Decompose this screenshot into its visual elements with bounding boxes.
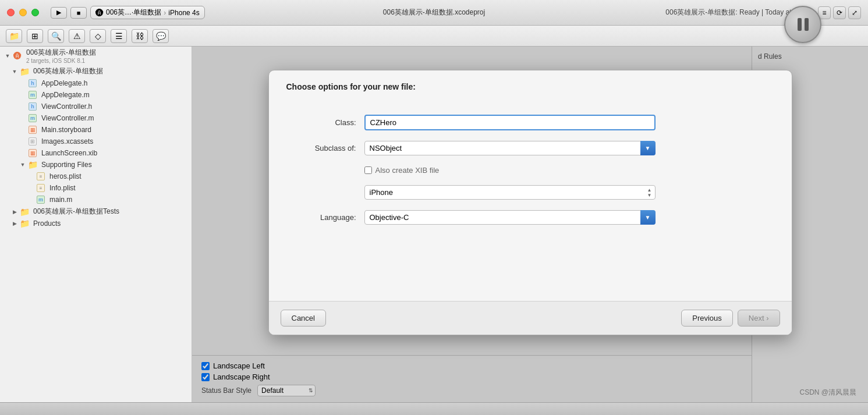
- sidebar-item-label: Info.plist: [49, 184, 76, 192]
- sidebar-item-label: AppDelegate.m: [41, 91, 90, 99]
- subclass-control: NSObject UIViewController UIView UITable…: [364, 141, 656, 155]
- dialog-title: Choose options for your new file:: [286, 82, 416, 91]
- sidebar-item-label: 006英雄展示-单组数据: [33, 66, 103, 76]
- class-row: Class:: [286, 115, 774, 130]
- link-icon-btn[interactable]: ⛓: [132, 29, 148, 43]
- scheme-selector[interactable]: 🅐 006英…·单组数据 › iPhone 4s: [90, 6, 205, 19]
- language-row: Language: Objective-C Swift ▼: [286, 210, 774, 225]
- sidebar-item-main-m[interactable]: mmain.m: [0, 194, 192, 205]
- sidebar-item-subtitle: 2 targets, iOS SDK 8.1: [26, 58, 96, 64]
- minimize-button[interactable]: [19, 9, 27, 16]
- comment-icon-btn[interactable]: 💬: [153, 29, 169, 43]
- subclass-label: Subclass of:: [286, 144, 356, 152]
- m-file-icon: m: [36, 195, 45, 204]
- play-button[interactable]: ▶: [51, 7, 67, 19]
- sidebar-item-info-plist[interactable]: ≡Info.plist: [0, 182, 192, 194]
- folder-yellow-file-icon: 📁: [28, 160, 37, 169]
- close-button[interactable]: [7, 9, 15, 16]
- scheme-name: 006英…·单组数据: [106, 8, 161, 17]
- dialog-backdrop: Choose options for your new file: Class:…: [192, 47, 868, 402]
- folder-icon-btn[interactable]: 📁: [6, 29, 22, 43]
- device-row: iPhone iPad Universal ▲ ▼: [286, 185, 774, 200]
- cancel-button[interactable]: Cancel: [281, 310, 326, 327]
- h-file-icon: h: [28, 79, 37, 88]
- class-control: [364, 115, 656, 130]
- sidebar-item-label: main.m: [49, 196, 72, 204]
- sidebar-item-tests-folder[interactable]: 📁006英雄展示-单组数据Tests: [0, 205, 192, 218]
- language-dropdown-btn[interactable]: ▼: [640, 210, 656, 225]
- m-file-icon: m: [28, 90, 37, 100]
- dialog-body: Class: Subclass of: NSObject UIV: [269, 97, 792, 301]
- sidebar-item-appdelegate-m[interactable]: mAppDelegate.m: [0, 89, 192, 101]
- sidebar-item-appdelegate-h[interactable]: hAppDelegate.h: [0, 77, 192, 89]
- sidebar-item-viewcontroller-h[interactable]: hViewController.h: [0, 101, 192, 112]
- dialog-header: Choose options for your new file:: [269, 70, 792, 97]
- sidebar-item-folder-main[interactable]: 📁006英雄展示-单组数据: [0, 65, 192, 77]
- sidebar-item-label: ViewController.m: [41, 114, 94, 122]
- sidebar: 🅐006英雄展示-单组数据2 targets, iOS SDK 8.1📁006英…: [0, 47, 192, 402]
- bookmark-icon-btn[interactable]: ◇: [90, 29, 106, 43]
- content-area: d Rules Landscape Left Landscape Right S…: [192, 47, 868, 402]
- subclass-select[interactable]: NSObject UIViewController UIView UITable…: [364, 141, 656, 155]
- maximize-button[interactable]: [31, 9, 39, 16]
- pause-icon: [798, 18, 809, 31]
- folder-yellow-file-icon: 📁: [20, 67, 29, 76]
- next-button[interactable]: Next ›: [738, 310, 780, 327]
- scheme-icon: 🅐: [95, 8, 104, 17]
- sidebar-item-products-folder[interactable]: 📁Products: [0, 218, 192, 229]
- main-toolbar: 📁 ⊞ 🔍 ⚠ ◇ ☰ ⛓ 💬: [0, 26, 868, 47]
- language-wrapper: Objective-C Swift ▼: [364, 210, 656, 225]
- device-select[interactable]: iPhone iPad Universal: [364, 185, 656, 200]
- class-input[interactable]: [364, 115, 656, 130]
- sidebar-item-heros-plist[interactable]: ≡heros.plist: [0, 171, 192, 182]
- sidebar-item-proj-root[interactable]: 🅐006英雄展示-单组数据2 targets, iOS SDK 8.1: [0, 47, 192, 65]
- folder-yellow-file-icon: 📁: [20, 219, 29, 228]
- storyboard-file-icon: ▦: [28, 125, 37, 134]
- xib-label[interactable]: Also create XIB file: [375, 166, 440, 175]
- statusbar: [0, 402, 868, 415]
- sidebar-item-main-storyboard[interactable]: ▦Main.storyboard: [0, 124, 192, 136]
- device-name: iPhone 4s: [168, 9, 199, 17]
- language-label: Language:: [286, 213, 356, 222]
- arrow-separator: ›: [164, 9, 166, 17]
- main-layout: 🅐006英雄展示-单组数据2 targets, iOS SDK 8.1📁006英…: [0, 47, 868, 402]
- warning-icon-btn[interactable]: ⚠: [69, 29, 85, 43]
- device-select-wrapper: iPhone iPad Universal ▲ ▼: [364, 185, 656, 200]
- previous-button[interactable]: Previous: [681, 310, 733, 327]
- plist-file-icon: ≡: [36, 183, 45, 193]
- toolbar-right-btn2[interactable]: ⟳: [833, 6, 846, 19]
- device-control: iPhone iPad Universal ▲ ▼: [364, 185, 656, 200]
- sidebar-item-label: 006英雄展示-单组数据: [26, 48, 96, 58]
- sidebar-item-label: Images.xcassets: [41, 137, 93, 146]
- list-icon-btn[interactable]: ☰: [111, 29, 127, 43]
- expand-triangle-icon: [20, 162, 26, 168]
- stop-button[interactable]: ■: [70, 7, 87, 19]
- expand-triangle-icon: [12, 69, 17, 75]
- sidebar-item-label: Supporting Files: [41, 161, 92, 169]
- titlebar-title: 006英雄展示-单组数据.xcodeproj: [383, 8, 485, 17]
- sidebar-item-viewcontroller-m[interactable]: mViewController.m: [0, 112, 192, 124]
- proj-file-icon: 🅐: [13, 51, 22, 61]
- sidebar-item-images-xcassets[interactable]: ⊞Images.xcassets: [0, 136, 192, 147]
- pause-button[interactable]: [784, 6, 821, 43]
- sidebar-item-label: 006英雄展示-单组数据Tests: [33, 207, 119, 217]
- sidebar-item-label: LaunchScreen.xib: [41, 149, 97, 157]
- sidebar-item-label: AppDelegate.h: [41, 79, 87, 87]
- expand-triangle-icon: [12, 221, 17, 226]
- language-select[interactable]: Objective-C Swift: [364, 210, 656, 225]
- sidebar-item-supporting-files[interactable]: 📁Supporting Files: [0, 159, 192, 171]
- sidebar-item-launchscreen-xib[interactable]: ▦LaunchScreen.xib: [0, 147, 192, 159]
- traffic-lights: [7, 9, 39, 16]
- toolbar-right-btn3[interactable]: ⤢: [848, 6, 861, 19]
- xcassets-file-icon: ⊞: [28, 137, 37, 146]
- xib-checkbox[interactable]: [364, 166, 372, 174]
- storyboard-file-icon: ▦: [28, 148, 37, 158]
- titlebar-actions: ▶ ■ 🅐 006英…·单组数据 › iPhone 4s: [51, 6, 205, 19]
- sidebar-item-label: heros.plist: [49, 172, 82, 180]
- hierarchy-icon-btn[interactable]: ⊞: [27, 29, 43, 43]
- titlebar: ▶ ■ 🅐 006英…·单组数据 › iPhone 4s 006英雄展示-单组数…: [0, 0, 868, 26]
- plist-file-icon: ≡: [36, 172, 45, 181]
- subclass-dropdown-btn[interactable]: ▼: [640, 141, 656, 155]
- class-label: Class:: [286, 118, 356, 127]
- search-icon-btn[interactable]: 🔍: [48, 29, 64, 43]
